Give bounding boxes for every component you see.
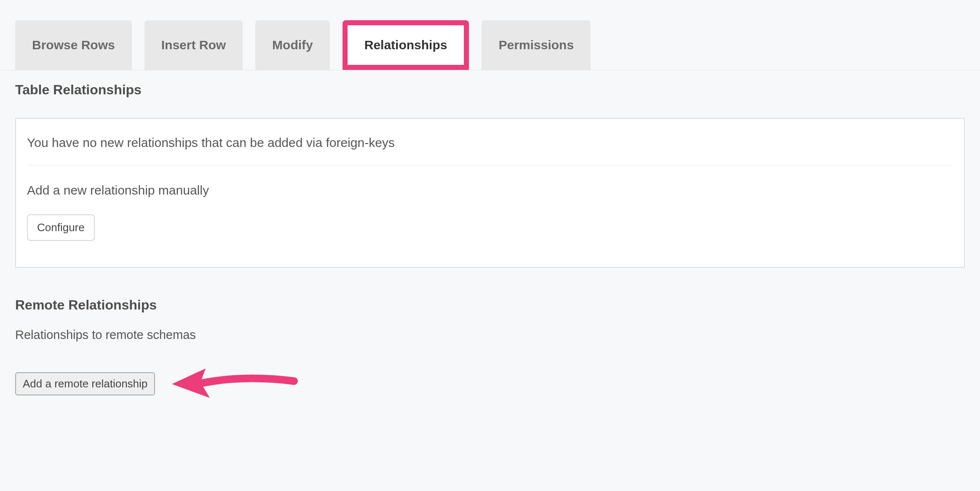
tab-insert-row[interactable]: Insert Row — [145, 20, 243, 70]
card-divider — [27, 165, 953, 165]
no-new-relationships-text: You have no new relationships that can b… — [27, 136, 953, 150]
remote-relationships-title: Remote Relationships — [15, 297, 965, 313]
tab-modify[interactable]: Modify — [255, 20, 330, 70]
tab-permissions[interactable]: Permissions — [482, 20, 590, 70]
add-remote-relationship-button[interactable]: Add a remote relationship — [15, 372, 155, 395]
remote-relationships-section: Remote Relationships Relationships to re… — [15, 297, 965, 407]
table-relationships-title: Table Relationships — [15, 82, 965, 98]
tab-relationships[interactable]: Relationships — [343, 20, 469, 70]
relationships-card: You have no new relationships that can b… — [15, 118, 965, 268]
remote-relationships-subtext: Relationships to remote schemas — [15, 328, 965, 342]
tab-browse-rows[interactable]: Browse Rows — [15, 20, 132, 70]
add-manual-text: Add a new relationship manually — [27, 183, 953, 197]
main-content: Table Relationships You have no new rela… — [0, 70, 980, 419]
configure-button[interactable]: Configure — [27, 214, 95, 241]
arrow-annotation-icon — [168, 362, 298, 408]
tab-bar: Browse Rows Insert Row Modify Relationsh… — [0, 0, 980, 70]
